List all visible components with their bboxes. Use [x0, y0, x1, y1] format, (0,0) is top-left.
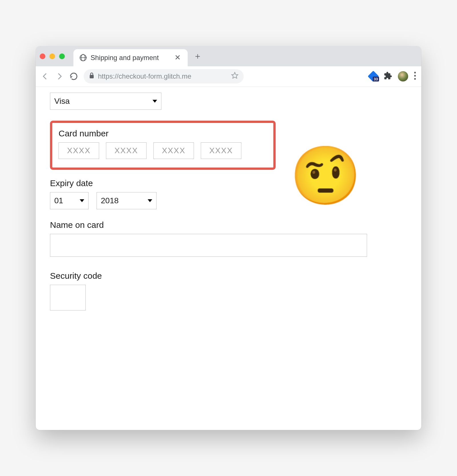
card-type-select[interactable]: Visa: [50, 93, 161, 110]
extensions-puzzle-icon[interactable]: [384, 71, 392, 81]
back-button[interactable]: [41, 72, 49, 81]
extensions-area: 33: [369, 71, 416, 81]
browser-tab[interactable]: Shipping and payment ✕: [73, 49, 188, 66]
svg-point-4: [414, 78, 416, 80]
card-number-seg-2[interactable]: [106, 142, 147, 159]
url-text: https://checkout-form.glitch.me: [98, 72, 228, 80]
browser-window: Shipping and payment ✕ ＋ https://checkou…: [36, 46, 421, 430]
card-number-highlight: Card number: [50, 121, 276, 170]
card-number-label: Card number: [59, 129, 267, 138]
browser-toolbar: https://checkout-form.glitch.me 33: [36, 66, 421, 87]
profile-avatar[interactable]: [398, 71, 408, 81]
tab-title: Shipping and payment: [91, 54, 169, 62]
extension-badge[interactable]: 33: [369, 72, 378, 81]
bookmark-star-icon[interactable]: [231, 72, 238, 81]
close-tab-icon[interactable]: ✕: [173, 53, 183, 62]
card-number-seg-1[interactable]: [59, 142, 99, 159]
svg-marker-1: [232, 72, 238, 78]
name-on-card-input[interactable]: [50, 234, 367, 257]
close-window-button[interactable]: [40, 53, 45, 59]
forward-button[interactable]: [55, 72, 64, 81]
expiry-year-select[interactable]: 2018: [97, 192, 157, 209]
browser-menu-button[interactable]: [414, 71, 416, 81]
svg-point-3: [414, 75, 416, 77]
security-code-field: Security code: [50, 271, 407, 310]
lock-icon: [89, 72, 95, 80]
name-on-card-label: Name on card: [50, 220, 407, 230]
page-content: Visa Card number 🤨 Expiry date 01 2018: [36, 87, 421, 430]
card-number-seg-4[interactable]: [201, 142, 241, 159]
address-bar[interactable]: https://checkout-form.glitch.me: [84, 69, 244, 83]
security-code-input[interactable]: [50, 285, 86, 310]
expiry-month-select[interactable]: 01: [50, 192, 89, 209]
maximize-window-button[interactable]: [59, 53, 65, 59]
svg-point-2: [414, 72, 416, 73]
extension-badge-count: 33: [373, 77, 379, 81]
raised-eyebrow-emoji-icon: 🤨: [290, 147, 361, 204]
card-type-field: Visa: [50, 93, 407, 110]
minimize-window-button[interactable]: [49, 53, 55, 59]
globe-icon: [80, 54, 87, 61]
titlebar: Shipping and payment ✕ ＋: [36, 46, 421, 66]
svg-rect-0: [90, 75, 94, 78]
window-controls: [40, 53, 65, 59]
name-on-card-field: Name on card: [50, 220, 407, 257]
card-number-seg-3[interactable]: [153, 142, 194, 159]
new-tab-button[interactable]: ＋: [193, 50, 202, 62]
security-code-label: Security code: [50, 271, 407, 281]
reload-button[interactable]: [69, 72, 78, 81]
card-number-inputs: [59, 142, 267, 159]
